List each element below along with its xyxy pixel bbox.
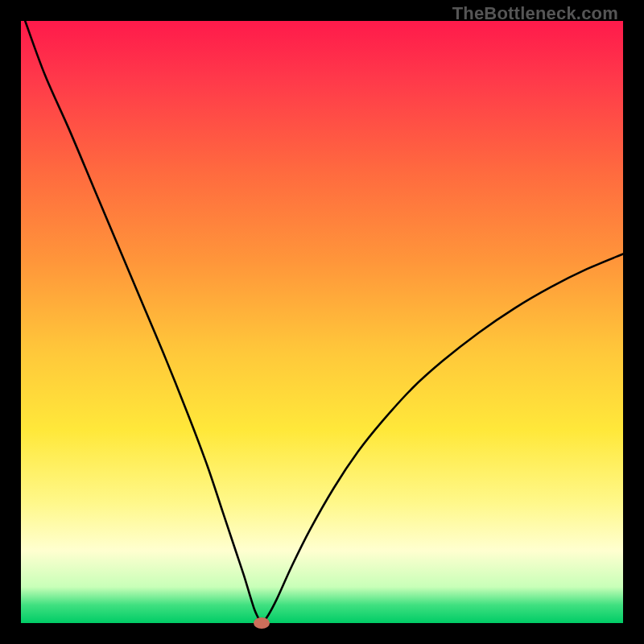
optimum-marker (254, 617, 270, 629)
bottleneck-curve (21, 21, 623, 623)
chart-stage: TheBottleneck.com (0, 0, 644, 644)
watermark-text: TheBottleneck.com (452, 3, 618, 24)
plot-area (21, 21, 623, 623)
